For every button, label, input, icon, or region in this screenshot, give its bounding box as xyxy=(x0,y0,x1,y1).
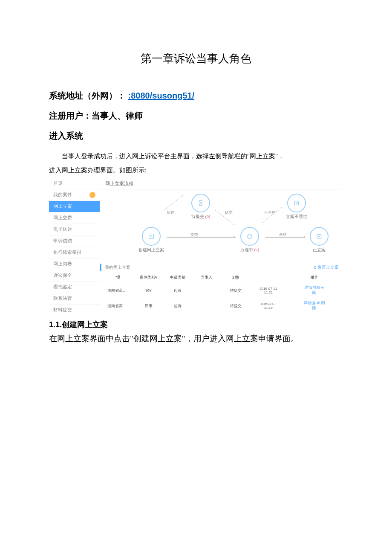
close-icon xyxy=(287,194,306,212)
cell-status: 待提交 xyxy=(221,283,250,298)
flow-panel-title: 网上立案流程 xyxy=(100,178,342,189)
flow-node-processing[interactable]: 办理中 (2) xyxy=(234,227,265,253)
flow-node-filed-label: 已立案 xyxy=(304,247,334,253)
list-header: 我的网上立案 良百上立案 xyxy=(100,264,342,271)
sidebar-item-appraisal[interactable]: 委托鉴定 xyxy=(49,282,100,293)
cell-apptype: 起诉 xyxy=(163,298,192,314)
col-apptype[interactable]: 申请类别 xyxy=(163,272,192,283)
table-row[interactable]: 湖阚省高… 民¥ 起诉 待提交 2016-07-11 11:22 详情澧相 w … xyxy=(100,283,342,298)
delete-link[interactable]: 除 xyxy=(312,306,316,310)
flow-node-create[interactable]: 创建网上立案 xyxy=(136,227,167,253)
flow-edge-pass: 合格 xyxy=(279,232,287,238)
sidebar: 首页 我的案件 网上立案 网上交费 电子送达 申诉信访 执行线索举报 网上阅卷 … xyxy=(49,178,100,316)
cell-time: 2Ole-O7-Ii 11:19 xyxy=(250,298,286,314)
detail-link[interactable]: 详情编 J9 附 xyxy=(304,301,325,305)
col-status[interactable]: 1 憋 xyxy=(221,272,250,283)
chapter-title: 第一章诉讼当事人角色 xyxy=(49,51,343,66)
col-casetype[interactable]: 案件类别V xyxy=(134,272,163,283)
cell-time: 2016-07-11 11:22 xyxy=(250,283,286,298)
sidebar-item-online-docs[interactable]: 网上阅卷 xyxy=(49,259,100,270)
arrow-head-icon xyxy=(304,236,306,238)
flow-node-create-label: 创建网上立案 xyxy=(136,247,167,253)
cell-court: 湖南省高… xyxy=(100,298,134,314)
flow-edge-submit-2: 提交 xyxy=(225,210,233,215)
system-address-link[interactable]: :8080/susong51/ xyxy=(128,91,195,100)
col-time xyxy=(250,272,286,283)
check-icon xyxy=(310,227,329,246)
flow-edge-submit: 提交 xyxy=(190,232,198,238)
svg-rect-2 xyxy=(317,234,321,238)
ui-screenshot: 首页 我的案件 网上立案 网上交费 电子送达 申诉信访 执行线索举报 网上阅卷 … xyxy=(49,178,342,316)
cell-party xyxy=(192,298,221,314)
flow-node-rejected[interactable]: 立案不通过 xyxy=(281,194,312,220)
sidebar-item-petition[interactable]: 申诉信访 xyxy=(49,235,100,247)
create-online-filing-button[interactable]: 良百上立案 xyxy=(314,264,339,270)
cell-party xyxy=(192,283,221,298)
table-row[interactable]: 湖南省高… 民事 起诉 待提交 2Ole-O7-Ii 11:19 详情编 J9 … xyxy=(100,298,342,314)
intro-paragraph-2: 进入网上立案办理界面。如图所示: xyxy=(49,164,343,177)
sidebar-item-online-payment[interactable]: 网上交费 xyxy=(49,212,100,224)
sidebar-item-home[interactable]: 首页 xyxy=(49,178,100,189)
flow-node-pending[interactable]: 待提交 (9) xyxy=(185,194,216,220)
flow-arrow xyxy=(167,237,235,238)
col-court[interactable]: . "垂 xyxy=(100,272,134,283)
main-panel: 网上立案流程 创建网上立案 待提交 (9) xyxy=(100,178,342,316)
flow-arrow xyxy=(164,195,184,210)
table-header-row: . "垂 案件类别V 申请类别 当事人 1 憋 掇作 xyxy=(100,272,342,283)
list-title: 我的网上立案 xyxy=(105,264,130,270)
hourglass-icon xyxy=(191,194,210,212)
flow-edge-save: 暂存 xyxy=(167,210,174,215)
section-1-1-title: 1.1.创建网上立案 xyxy=(49,320,343,330)
register-users-line: 注册用户：当事人、律师 xyxy=(49,110,343,122)
refresh-icon xyxy=(240,227,259,246)
section-1-1-body: 在网上立案界面中点击"创建网上立案"，用户进入网上立案申请界面。 xyxy=(49,332,343,345)
col-party[interactable]: 当事人 xyxy=(192,272,221,283)
sidebar-item-online-filing[interactable]: 网上立案 xyxy=(49,201,100,212)
sidebar-item-edelivery[interactable]: 电子送达 xyxy=(49,224,100,235)
sidebar-item-contact-judge[interactable]: 联系法官 xyxy=(49,293,100,305)
sidebar-item-execution-report[interactable]: 执行线索举报 xyxy=(49,247,100,259)
flow-node-pending-label: 待提交 (9) xyxy=(185,214,216,220)
delete-link[interactable]: 除 xyxy=(312,291,316,295)
cell-casetype: 民¥ xyxy=(134,283,163,298)
sidebar-item-material-submit[interactable]: 材料提交 xyxy=(49,305,100,316)
flow-node-rejected-label: 立案不通过 xyxy=(281,214,312,220)
flow-node-processing-label: 办理中 (2) xyxy=(234,247,265,253)
system-address-line: 系统地址（外网）： :8080/susong51/ xyxy=(49,90,343,102)
sidebar-item-preservation[interactable]: 诉讼保全 xyxy=(49,270,100,282)
sidebar-item-mycases[interactable]: 我的案件 xyxy=(49,189,100,201)
cell-court: 湖阚省高… xyxy=(100,283,134,298)
enter-system-heading: 进入系统 xyxy=(49,130,343,142)
col-ops: 掇作 xyxy=(286,272,342,283)
filing-table: . "垂 案件类别V 申请类别 当事人 1 憋 掇作 湖阚省高… 民¥ 起诉 待… xyxy=(100,272,342,314)
cell-status: 待提交 xyxy=(221,298,250,314)
badge-icon xyxy=(89,192,95,198)
cell-ops: 详情澧相 w 除 xyxy=(286,283,342,298)
intro-paragraph-1: 当事人登录成功后，进入网上诉讼平台主界面，选择左侧导航栏的"网上立案"， xyxy=(49,150,343,163)
svg-rect-0 xyxy=(149,234,154,239)
flow-edge-fail: 不合格 xyxy=(264,210,276,215)
cell-casetype: 民事 xyxy=(134,298,163,314)
edit-icon xyxy=(142,227,161,246)
flow-node-filed[interactable]: 已立案 xyxy=(304,227,334,253)
cell-ops: 详情编 J9 附 除 xyxy=(286,298,342,314)
cell-apptype: 起诉 xyxy=(163,283,192,298)
flow-diagram: 创建网上立案 待提交 (9) 办理中 (2) xyxy=(100,189,342,262)
arrow-head-icon xyxy=(234,236,236,238)
system-address-label: 系统地址（外网）： xyxy=(49,91,126,100)
detail-link[interactable]: 详情澧相 w xyxy=(305,285,324,290)
